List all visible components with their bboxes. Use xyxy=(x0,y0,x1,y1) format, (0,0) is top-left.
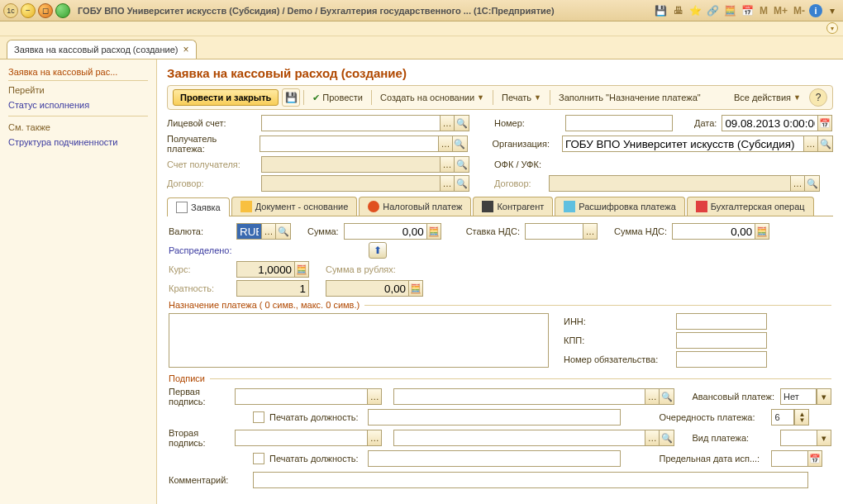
window-title: ГОБУ ВПО Университет искусств (Субсидия)… xyxy=(73,6,651,16)
date-input[interactable] xyxy=(722,115,817,131)
order-spin-icon[interactable]: ▲▼ xyxy=(794,409,809,426)
vat-rate-picker-icon[interactable]: … xyxy=(583,223,598,240)
sign1-pos-picker-icon[interactable]: … xyxy=(645,388,660,405)
print-button[interactable]: Печать ▼ xyxy=(497,93,546,102)
accounting-icon xyxy=(696,201,707,212)
create-based-button[interactable]: Создать на основании ▼ xyxy=(375,93,489,102)
order-spinner[interactable]: 6 xyxy=(771,409,794,426)
contract-search-icon[interactable]: 🔍 xyxy=(455,175,469,192)
tab-close-icon[interactable]: × xyxy=(183,44,188,55)
vat-sum-input[interactable] xyxy=(672,223,755,240)
dropdown-icon[interactable]: ▾ xyxy=(825,3,840,18)
oblig-input[interactable] xyxy=(676,351,767,368)
save-button-icon[interactable]: 💾 xyxy=(282,88,300,107)
paytype-dd-icon[interactable]: ▾ xyxy=(817,430,831,446)
contract2-picker-icon[interactable]: … xyxy=(790,175,805,192)
tab-tax[interactable]: Налоговый платеж xyxy=(359,197,471,216)
recipient-input[interactable] xyxy=(260,136,438,152)
fill-note-button[interactable]: Заполнить "Назначение платежа" xyxy=(554,93,706,102)
org-input[interactable] xyxy=(562,136,803,152)
advance-select[interactable]: Нет xyxy=(780,388,817,405)
number-label: Номер: xyxy=(494,118,560,128)
info-icon[interactable]: i xyxy=(809,4,822,17)
restore-icon[interactable]: ◻ xyxy=(38,3,53,18)
recip-acct-search-icon[interactable]: 🔍 xyxy=(455,156,469,173)
sign2-picker-icon[interactable]: … xyxy=(367,430,382,446)
currency-search-icon[interactable]: 🔍 xyxy=(276,223,291,240)
memory-m[interactable]: M xyxy=(758,5,769,17)
print-icon[interactable]: 🖶 xyxy=(671,3,686,18)
rate-calc-icon[interactable]: 🧮 xyxy=(294,261,309,278)
all-actions-button[interactable]: Все действия ▼ xyxy=(729,93,806,102)
paytype-label: Вид платежа: xyxy=(693,433,776,443)
post-and-close-button[interactable]: Провести и закрыть xyxy=(173,89,279,106)
print-pos1-check[interactable] xyxy=(253,411,264,423)
collapse-button[interactable]: ▾ xyxy=(826,22,838,34)
contract-picker-icon[interactable]: … xyxy=(440,175,455,192)
org-picker-icon[interactable]: … xyxy=(803,136,818,152)
sign2-input[interactable] xyxy=(235,430,367,446)
tab-breakdown[interactable]: Расшифровка платежа xyxy=(555,197,685,216)
memory-mplus[interactable]: M+ xyxy=(772,5,789,17)
favorites-icon[interactable]: ⭐ xyxy=(688,3,703,18)
post-button[interactable]: ✔Провести xyxy=(307,93,368,103)
amount-input[interactable] xyxy=(344,223,426,240)
minimize-icon[interactable]: − xyxy=(21,3,36,18)
contract2-input xyxy=(549,175,790,192)
sidebar-item-status[interactable]: Статус исполнения xyxy=(8,97,148,112)
contract2-search-icon[interactable]: 🔍 xyxy=(805,175,820,192)
sign1-pos-search-icon[interactable]: 🔍 xyxy=(660,388,674,405)
currency-input[interactable] xyxy=(236,223,261,240)
tab-counterparty[interactable]: Контрагент xyxy=(473,197,553,216)
kpp-input[interactable] xyxy=(676,332,767,349)
save-icon[interactable]: 💾 xyxy=(654,3,669,18)
sign1-pos-input[interactable] xyxy=(393,388,645,405)
recipient-search-icon[interactable]: 🔍 xyxy=(453,136,468,152)
payment-note-textarea[interactable] xyxy=(169,313,549,368)
sidebar-item-structure[interactable]: Структура подчиненности xyxy=(8,135,148,150)
document-tab[interactable]: Заявка на кассовый расход (создание) × xyxy=(7,40,197,59)
account-search-icon[interactable]: 🔍 xyxy=(455,115,469,131)
sign1-picker-icon[interactable]: … xyxy=(367,388,382,405)
print-pos1-label: Печатать должность: xyxy=(269,412,358,422)
distributed-label: Распределено: xyxy=(169,245,231,255)
vat-rate-input[interactable] xyxy=(525,223,583,240)
calc-icon[interactable]: 🧮 xyxy=(723,3,738,18)
rub-sum-calc-icon[interactable]: 🧮 xyxy=(408,280,423,297)
tab-accounting[interactable]: Бухгалтерская операц xyxy=(687,197,814,216)
calendar-icon[interactable]: 📅 xyxy=(741,3,755,18)
tab-basis[interactable]: Документ - основание xyxy=(231,197,358,216)
deadline-cal-icon[interactable]: 📅 xyxy=(807,450,822,467)
date-picker-icon[interactable]: 📅 xyxy=(817,115,832,131)
deadline-input[interactable] xyxy=(771,450,807,467)
tab-request[interactable]: Заявка xyxy=(167,197,230,216)
memory-mminus[interactable]: M- xyxy=(792,5,807,17)
currency-picker-icon[interactable]: … xyxy=(261,223,276,240)
account-picker-icon[interactable]: … xyxy=(440,115,455,131)
number-input[interactable] xyxy=(565,115,673,131)
sign1-input[interactable] xyxy=(235,388,367,405)
recipient-picker-icon[interactable]: … xyxy=(438,136,453,152)
app-logo-icon[interactable]: 1c xyxy=(3,3,18,18)
sign2-pos-input[interactable] xyxy=(393,430,645,446)
print-pos1-input[interactable] xyxy=(368,409,621,426)
link-icon[interactable]: 🔗 xyxy=(706,3,721,18)
help-button[interactable]: ? xyxy=(809,88,827,107)
recip-acct-picker-icon[interactable]: … xyxy=(440,156,455,173)
advance-dd-icon[interactable]: ▾ xyxy=(817,388,831,405)
sign2-pos-picker-icon[interactable]: … xyxy=(645,430,660,446)
org-search-icon[interactable]: 🔍 xyxy=(818,136,833,152)
comment-input[interactable] xyxy=(253,472,808,488)
close-icon[interactable] xyxy=(55,3,70,18)
account-input[interactable] xyxy=(261,115,440,131)
sidebar-item-main[interactable]: Заявка на кассовый рас... xyxy=(8,64,148,81)
print-pos2-input[interactable] xyxy=(368,450,621,467)
sign2-pos-search-icon[interactable]: 🔍 xyxy=(660,430,674,446)
print-pos2-check[interactable] xyxy=(253,453,264,464)
amount-calc-icon[interactable]: 🧮 xyxy=(426,223,441,240)
distribute-up-button[interactable]: ⬆ xyxy=(369,242,387,259)
vat-sum-calc-icon[interactable]: 🧮 xyxy=(755,223,769,240)
inn-input[interactable] xyxy=(676,313,767,330)
paytype-input[interactable] xyxy=(780,430,817,446)
contract2-label: Договор: xyxy=(494,178,544,188)
